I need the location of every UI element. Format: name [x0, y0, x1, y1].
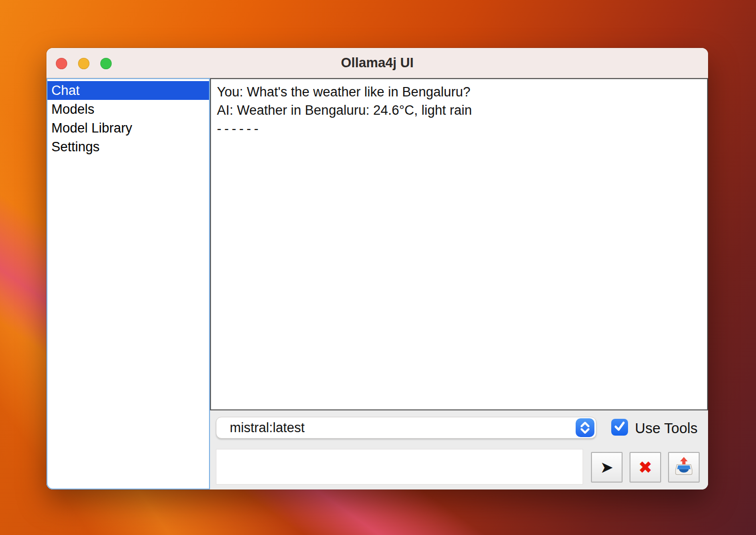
chat-message-ai: AI: Weather in Bengaluru: 24.6°C, light … — [217, 101, 701, 120]
send-button[interactable]: ➤ — [591, 452, 623, 483]
sidebar-item-models[interactable]: Models — [47, 100, 209, 119]
desktop-wallpaper: Ollama4j UI Chat Models Model Library Se… — [0, 0, 756, 535]
sidebar-item-chat[interactable]: Chat — [47, 81, 209, 100]
app-window: Ollama4j UI Chat Models Model Library Se… — [46, 48, 708, 490]
use-tools-label: Use Tools — [635, 420, 698, 437]
chat-transcript[interactable]: You: What's the weather like in Bengalur… — [210, 78, 708, 410]
up-down-chevrons-icon — [576, 418, 594, 437]
upload-button[interactable] — [668, 452, 700, 483]
chat-separator: ------ — [217, 120, 701, 138]
sidebar-nav: Chat Models Model Library Settings — [46, 78, 210, 490]
model-select[interactable]: mistral:latest — [216, 417, 596, 439]
window-title: Ollama4j UI — [46, 48, 708, 78]
checkmark-icon — [613, 420, 626, 435]
composer-panel: mistral:latest — [210, 410, 708, 490]
titlebar[interactable]: Ollama4j UI — [46, 48, 708, 78]
model-select-value: mistral:latest — [216, 420, 576, 436]
outbox-tray-icon — [673, 456, 694, 479]
stop-button[interactable]: ✖ — [630, 452, 661, 483]
send-arrow-icon: ➤ — [600, 459, 614, 475]
sidebar-item-model-library[interactable]: Model Library — [47, 119, 209, 137]
message-input[interactable] — [216, 449, 583, 485]
use-tools-checkbox[interactable] — [611, 419, 628, 436]
chat-message-user: You: What's the weather like in Bengalur… — [217, 83, 701, 101]
red-x-icon: ✖ — [638, 459, 653, 476]
sidebar-item-settings[interactable]: Settings — [47, 137, 209, 156]
